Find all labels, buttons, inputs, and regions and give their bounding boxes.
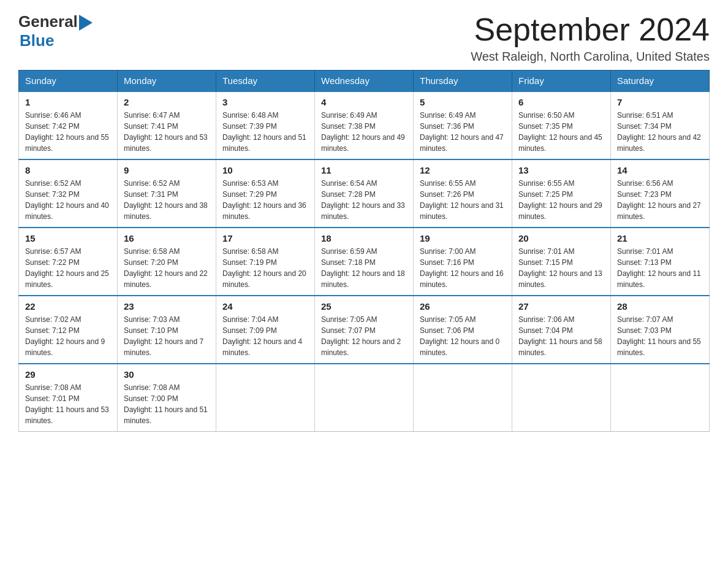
day-number: 13: [518, 165, 604, 175]
logo-general-text: General: [18, 12, 78, 31]
day-info: Sunrise: 6:55 AMSunset: 7:25 PMDaylight:…: [518, 178, 604, 222]
calendar-cell: 9Sunrise: 6:52 AMSunset: 7:31 PMDaylight…: [118, 159, 216, 228]
calendar-cell: 18Sunrise: 6:59 AMSunset: 7:18 PMDayligh…: [315, 228, 414, 296]
calendar-week-row: 29Sunrise: 7:08 AMSunset: 7:01 PMDayligh…: [19, 364, 710, 432]
day-number: 1: [25, 97, 111, 107]
day-number: 30: [124, 369, 210, 380]
calendar-cell: 19Sunrise: 7:00 AMSunset: 7:16 PMDayligh…: [414, 228, 512, 296]
page-header: General Blue September 2024 West Raleigh…: [18, 12, 710, 64]
day-number: 20: [518, 233, 604, 243]
day-info: Sunrise: 7:07 AMSunset: 7:03 PMDaylight:…: [617, 314, 703, 358]
calendar-cell: [216, 364, 315, 432]
location-subtitle: West Raleigh, North Carolina, United Sta…: [471, 50, 710, 64]
day-number: 8: [25, 165, 111, 175]
day-info: Sunrise: 6:54 AMSunset: 7:28 PMDaylight:…: [321, 178, 407, 222]
day-info: Sunrise: 7:01 AMSunset: 7:15 PMDaylight:…: [518, 246, 604, 290]
calendar-cell: 17Sunrise: 6:58 AMSunset: 7:19 PMDayligh…: [216, 228, 315, 296]
calendar-week-row: 1Sunrise: 6:46 AMSunset: 7:42 PMDaylight…: [19, 91, 710, 159]
day-info: Sunrise: 7:02 AMSunset: 7:12 PMDaylight:…: [25, 314, 111, 358]
day-number: 12: [420, 165, 506, 175]
day-number: 4: [321, 97, 407, 107]
calendar-cell: 1Sunrise: 6:46 AMSunset: 7:42 PMDaylight…: [19, 91, 118, 159]
day-info: Sunrise: 6:49 AMSunset: 7:38 PMDaylight:…: [321, 110, 407, 154]
day-number: 27: [518, 301, 604, 312]
day-info: Sunrise: 6:53 AMSunset: 7:29 PMDaylight:…: [222, 178, 308, 222]
calendar-table: SundayMondayTuesdayWednesdayThursdayFrid…: [18, 70, 710, 432]
day-info: Sunrise: 7:05 AMSunset: 7:06 PMDaylight:…: [420, 314, 506, 358]
calendar-cell: 28Sunrise: 7:07 AMSunset: 7:03 PMDayligh…: [611, 296, 710, 364]
day-number: 9: [124, 165, 210, 175]
title-block: September 2024 West Raleigh, North Carol…: [471, 12, 710, 64]
calendar-cell: 5Sunrise: 6:49 AMSunset: 7:36 PMDaylight…: [414, 91, 512, 159]
day-number: 26: [420, 301, 506, 312]
day-info: Sunrise: 7:05 AMSunset: 7:07 PMDaylight:…: [321, 314, 407, 358]
day-info: Sunrise: 6:59 AMSunset: 7:18 PMDaylight:…: [321, 246, 407, 290]
calendar-day-header: Wednesday: [315, 71, 414, 92]
day-info: Sunrise: 7:01 AMSunset: 7:13 PMDaylight:…: [617, 246, 703, 290]
day-info: Sunrise: 6:52 AMSunset: 7:31 PMDaylight:…: [124, 178, 210, 222]
day-info: Sunrise: 6:57 AMSunset: 7:22 PMDaylight:…: [25, 246, 111, 290]
month-year-title: September 2024: [471, 12, 710, 47]
day-info: Sunrise: 7:08 AMSunset: 7:00 PMDaylight:…: [124, 382, 210, 426]
calendar-cell: 4Sunrise: 6:49 AMSunset: 7:38 PMDaylight…: [315, 91, 414, 159]
day-info: Sunrise: 6:47 AMSunset: 7:41 PMDaylight:…: [124, 110, 210, 154]
calendar-day-header: Thursday: [414, 71, 512, 92]
calendar-cell: 20Sunrise: 7:01 AMSunset: 7:15 PMDayligh…: [512, 228, 611, 296]
calendar-cell: 14Sunrise: 6:56 AMSunset: 7:23 PMDayligh…: [611, 159, 710, 228]
day-number: 21: [617, 233, 703, 243]
calendar-cell: 2Sunrise: 6:47 AMSunset: 7:41 PMDaylight…: [118, 91, 216, 159]
day-number: 17: [222, 233, 308, 243]
calendar-cell: 10Sunrise: 6:53 AMSunset: 7:29 PMDayligh…: [216, 159, 315, 228]
day-number: 29: [25, 369, 111, 380]
calendar-cell: 8Sunrise: 6:52 AMSunset: 7:32 PMDaylight…: [19, 159, 118, 228]
calendar-day-header: Saturday: [611, 71, 710, 92]
day-number: 3: [222, 97, 308, 107]
calendar-cell: 7Sunrise: 6:51 AMSunset: 7:34 PMDaylight…: [611, 91, 710, 159]
calendar-cell: 23Sunrise: 7:03 AMSunset: 7:10 PMDayligh…: [118, 296, 216, 364]
logo-blue-text: Blue: [20, 31, 54, 50]
day-info: Sunrise: 6:58 AMSunset: 7:19 PMDaylight:…: [222, 246, 308, 290]
calendar-cell: [611, 364, 710, 432]
calendar-cell: 16Sunrise: 6:58 AMSunset: 7:20 PMDayligh…: [118, 228, 216, 296]
day-info: Sunrise: 7:00 AMSunset: 7:16 PMDaylight:…: [420, 246, 506, 290]
day-number: 19: [420, 233, 506, 243]
calendar-cell: 6Sunrise: 6:50 AMSunset: 7:35 PMDaylight…: [512, 91, 611, 159]
calendar-week-row: 22Sunrise: 7:02 AMSunset: 7:12 PMDayligh…: [19, 296, 710, 364]
day-info: Sunrise: 6:58 AMSunset: 7:20 PMDaylight:…: [124, 246, 210, 290]
day-number: 28: [617, 301, 703, 312]
day-number: 14: [617, 165, 703, 175]
calendar-day-header: Sunday: [19, 71, 118, 92]
day-info: Sunrise: 7:04 AMSunset: 7:09 PMDaylight:…: [222, 314, 308, 358]
calendar-cell: 12Sunrise: 6:55 AMSunset: 7:26 PMDayligh…: [414, 159, 512, 228]
calendar-cell: 26Sunrise: 7:05 AMSunset: 7:06 PMDayligh…: [414, 296, 512, 364]
day-number: 23: [124, 301, 210, 312]
logo: General Blue: [18, 12, 93, 50]
calendar-day-header: Friday: [512, 71, 611, 92]
day-info: Sunrise: 6:52 AMSunset: 7:32 PMDaylight:…: [25, 178, 111, 222]
svg-marker-0: [79, 15, 93, 31]
calendar-week-row: 8Sunrise: 6:52 AMSunset: 7:32 PMDaylight…: [19, 159, 710, 228]
day-number: 5: [420, 97, 506, 107]
day-number: 11: [321, 165, 407, 175]
calendar-day-header: Monday: [118, 71, 216, 92]
calendar-cell: [315, 364, 414, 432]
logo-flag-icon: [79, 15, 93, 31]
day-info: Sunrise: 7:03 AMSunset: 7:10 PMDaylight:…: [124, 314, 210, 358]
calendar-cell: 21Sunrise: 7:01 AMSunset: 7:13 PMDayligh…: [611, 228, 710, 296]
day-number: 15: [25, 233, 111, 243]
calendar-header-row: SundayMondayTuesdayWednesdayThursdayFrid…: [19, 71, 710, 92]
day-number: 16: [124, 233, 210, 243]
day-info: Sunrise: 6:50 AMSunset: 7:35 PMDaylight:…: [518, 110, 604, 154]
day-info: Sunrise: 7:06 AMSunset: 7:04 PMDaylight:…: [518, 314, 604, 358]
calendar-week-row: 15Sunrise: 6:57 AMSunset: 7:22 PMDayligh…: [19, 228, 710, 296]
calendar-cell: 27Sunrise: 7:06 AMSunset: 7:04 PMDayligh…: [512, 296, 611, 364]
day-info: Sunrise: 6:51 AMSunset: 7:34 PMDaylight:…: [617, 110, 703, 154]
calendar-cell: 25Sunrise: 7:05 AMSunset: 7:07 PMDayligh…: [315, 296, 414, 364]
calendar-cell: 13Sunrise: 6:55 AMSunset: 7:25 PMDayligh…: [512, 159, 611, 228]
calendar-cell: 22Sunrise: 7:02 AMSunset: 7:12 PMDayligh…: [19, 296, 118, 364]
day-info: Sunrise: 6:49 AMSunset: 7:36 PMDaylight:…: [420, 110, 506, 154]
day-number: 24: [222, 301, 308, 312]
calendar-cell: 15Sunrise: 6:57 AMSunset: 7:22 PMDayligh…: [19, 228, 118, 296]
day-number: 6: [518, 97, 604, 107]
calendar-cell: [512, 364, 611, 432]
